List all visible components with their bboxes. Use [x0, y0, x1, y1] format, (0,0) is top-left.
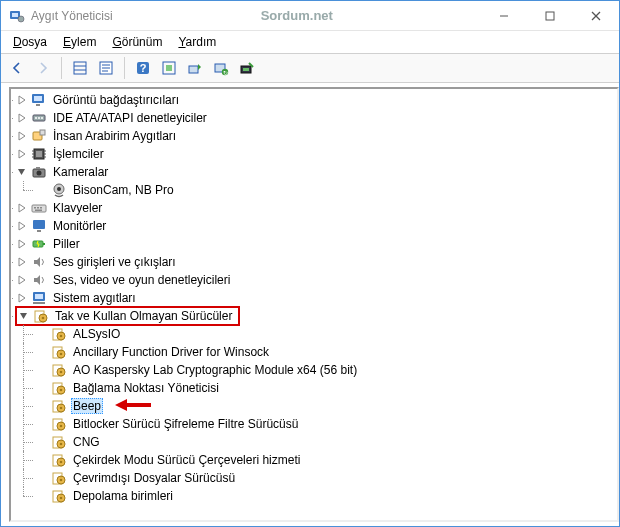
svg-rect-26 [36, 104, 40, 106]
svg-rect-49 [40, 207, 42, 209]
menu-help[interactable]: Yardım [172, 33, 222, 51]
separator [124, 57, 125, 79]
menu-view[interactable]: Görünüm [106, 33, 168, 51]
tree-item-label: Sistem aygıtları [51, 291, 138, 305]
close-button[interactable] [573, 1, 619, 30]
tree-item[interactable]: IDE ATA/ATAPI denetleyiciler [15, 109, 617, 127]
tree-item[interactable]: Sistem aygıtları [15, 289, 617, 307]
npnp-icon [51, 416, 67, 432]
svg-rect-4 [546, 12, 554, 20]
tree-item[interactable]: AO Kaspersky Lab Cryptographic Module x6… [35, 361, 617, 379]
system-icon [31, 290, 47, 306]
tree-item[interactable]: Piller [15, 235, 617, 253]
svg-rect-25 [34, 96, 42, 101]
app-icon [9, 8, 25, 24]
svg-point-69 [60, 371, 63, 374]
svg-rect-51 [33, 220, 45, 229]
expand-toggle[interactable] [15, 291, 29, 305]
toolbar-refresh-button[interactable] [157, 56, 181, 80]
tree-item[interactable]: Görüntü bağdaştırıcıları [15, 91, 617, 109]
svg-point-72 [60, 389, 63, 392]
expand-toggle[interactable] [15, 255, 29, 269]
npnp-icon [51, 470, 67, 486]
tree-item[interactable]: Çevrimdışı Dosyalar Sürücüsü [35, 469, 617, 487]
expand-toggle[interactable] [15, 273, 29, 287]
tree-item-label: Görüntü bağdaştırıcıları [51, 93, 181, 107]
svg-rect-18 [189, 66, 198, 73]
expand-toggle[interactable] [15, 201, 29, 215]
npnp-icon [51, 398, 67, 414]
toolbar-help-button[interactable]: ? [131, 56, 155, 80]
svg-text:↻: ↻ [223, 70, 228, 76]
separator [61, 57, 62, 79]
tree-item[interactable]: Ancillary Function Driver for Winsock [35, 343, 617, 361]
tree-item-label: Çevrimdışı Dosyalar Sürücüsü [71, 471, 237, 485]
npnp-icon [33, 308, 49, 324]
tree-item[interactable]: Depolama birimleri [35, 487, 617, 505]
tree-item[interactable]: Kameralar [15, 163, 617, 181]
tree-item[interactable]: Çekirdek Modu Sürücü Çerçeveleri hizmeti [35, 451, 617, 469]
display-icon [31, 92, 47, 108]
tree-item[interactable]: Monitörler [15, 217, 617, 235]
tree-item-label: Klavyeler [51, 201, 104, 215]
toolbar-scan-button[interactable] [235, 56, 259, 80]
svg-rect-56 [35, 294, 43, 299]
tree-item[interactable]: İnsan Arabirim Aygıtları [15, 127, 617, 145]
maximize-button[interactable] [527, 1, 573, 30]
tree-item[interactable]: Beep [35, 397, 617, 415]
expand-toggle[interactable] [15, 111, 29, 125]
expand-toggle[interactable] [15, 219, 29, 233]
menu-action[interactable]: Eylem [57, 33, 102, 51]
svg-point-29 [38, 117, 40, 119]
svg-point-81 [60, 443, 63, 446]
tree-item[interactable]: İşlemciler [15, 145, 617, 163]
arrow-annotation [113, 397, 153, 416]
svg-text:?: ? [140, 62, 147, 74]
tree-item-label: BisonCam, NB Pro [71, 183, 176, 197]
expand-toggle[interactable] [15, 147, 29, 161]
tree-item[interactable]: ALSysIO [35, 325, 617, 343]
tree-item-label: Ancillary Function Driver for Winsock [71, 345, 271, 359]
tree-item[interactable]: Ses girişleri ve çıkışları [15, 253, 617, 271]
svg-point-84 [60, 461, 63, 464]
tree-item[interactable]: CNG [35, 433, 617, 451]
collapse-toggle[interactable] [15, 165, 29, 179]
toolbar-uninstall-button[interactable]: ↻ [209, 56, 233, 80]
toolbar: ? ↻ [1, 53, 619, 83]
tree-item[interactable]: Bağlama Noktası Yöneticisi [35, 379, 617, 397]
tree-item[interactable]: Ses, video ve oyun denetleyicileri [15, 271, 617, 289]
window-title: Aygıt Yöneticisi [31, 9, 113, 23]
titlebar: Aygıt Yöneticisi Sordum.net [1, 1, 619, 31]
expand-toggle[interactable] [15, 237, 29, 251]
audio-icon [31, 272, 47, 288]
svg-point-63 [60, 335, 63, 338]
tree-item-label: Ses, video ve oyun denetleyicileri [51, 273, 232, 287]
menu-file[interactable]: Dosya [7, 33, 53, 51]
tree-item-label: İnsan Arabirim Aygıtları [51, 129, 178, 143]
svg-point-2 [18, 16, 24, 22]
svg-rect-52 [37, 230, 41, 232]
npnp-icon [51, 362, 67, 378]
toolbar-update-driver-button[interactable] [183, 56, 207, 80]
expand-toggle[interactable] [15, 93, 29, 107]
svg-rect-32 [40, 130, 45, 135]
tree-item[interactable]: Tak ve Kullan Olmayan Sürücüler [15, 307, 617, 325]
toolbar-properties-button[interactable] [94, 56, 118, 80]
keyboard-icon [31, 200, 47, 216]
tree-item[interactable]: Bitlocker Sürücü Şifreleme Filtre Sürücü… [35, 415, 617, 433]
collapse-toggle[interactable] [17, 309, 31, 323]
expand-toggle[interactable] [15, 129, 29, 143]
npnp-icon [51, 326, 67, 342]
minimize-button[interactable] [481, 1, 527, 30]
tree-item[interactable]: BisonCam, NB Pro [35, 181, 617, 199]
tree-item[interactable]: Klavyeler [15, 199, 617, 217]
toolbar-back-button[interactable] [5, 56, 29, 80]
toolbar-view-button[interactable] [68, 56, 92, 80]
tree-item-label: Beep [71, 398, 103, 414]
toolbar-forward-button[interactable] [31, 56, 55, 80]
svg-rect-7 [74, 62, 86, 74]
device-tree[interactable]: Görüntü bağdaştırıcılarıIDE ATA/ATAPI de… [9, 87, 619, 522]
svg-point-75 [60, 407, 63, 410]
tree-item-label: İşlemciler [51, 147, 106, 161]
svg-point-87 [60, 479, 63, 482]
